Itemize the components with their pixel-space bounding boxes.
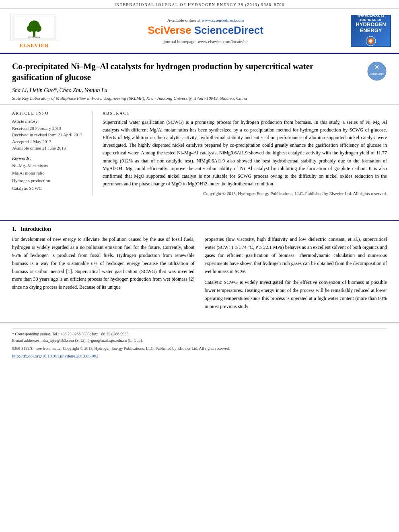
- article-info-label: ARTICLE INFO: [12, 111, 86, 115]
- intro-right-text: properties (low viscosity, high diffusiv…: [205, 236, 387, 310]
- sciverse-word1: SciVerse: [148, 24, 194, 36]
- available-online-date: Available online 21 June 2013: [12, 145, 86, 152]
- sciverse-word2: ScienceDirect: [194, 24, 263, 36]
- keywords-group: Keywords: Ni–Mg–Al catalysts Mg/Al molar…: [12, 156, 86, 192]
- doi-link[interactable]: http://dx.doi.org/10.1016/j.ijhydene.201…: [12, 353, 99, 358]
- crossmark-badge[interactable]: ✕ CrossMark: [367, 61, 387, 81]
- introduction-section: 1. Introduction For development of new e…: [0, 220, 399, 314]
- journal-logo: International Journal of HYDROGENENERGY: [351, 15, 391, 47]
- spacer: [0, 202, 399, 214]
- affiliation: State Key Laboratory of Multiphase Flow …: [12, 96, 387, 101]
- keyword-3: Hydrogen production: [12, 177, 86, 185]
- article-info-col: ARTICLE INFO Article history: Received 2…: [12, 111, 93, 196]
- accepted-date: Accepted 1 May 2013: [12, 138, 86, 145]
- footer-divider: [12, 329, 387, 329]
- article-title-section: Co-precipitated Ni–Mg–Al catalysts for h…: [0, 54, 399, 105]
- introduction-body: For development of new energy to allevia…: [12, 236, 387, 314]
- available-online-text: Available online at www.sciencedirect.co…: [68, 18, 343, 23]
- abstract-col: ABSTRACT Supercritical water gasificatio…: [103, 111, 387, 196]
- abstract-text: Supercritical water gasification (SCWG) …: [103, 119, 387, 188]
- keywords-label: Keywords:: [12, 156, 86, 160]
- copyright-notice: Copyright © 2013, Hydrogen Energy Public…: [103, 191, 387, 196]
- elsevier-logo-container: ELSEVIER ELSEVIER: [8, 13, 60, 49]
- journal-logo-title: International Journal of: [352, 14, 390, 22]
- article-main-title: Co-precipitated Ni–Mg–Al catalysts for h…: [12, 61, 342, 83]
- article-info-abstract-section: ARTICLE INFO Article history: Received 2…: [0, 105, 399, 203]
- sciverse-title: SciVerse ScienceDirect: [68, 24, 343, 37]
- authors: Sha Li, Liejin Guo*, Chao Zhu, Youjun Lu: [12, 87, 387, 94]
- introduction-title: 1. Introduction: [12, 226, 387, 232]
- svg-point-5: [35, 25, 41, 32]
- journal-homepage: journal homepage: www.elsevier.com/locat…: [68, 39, 343, 44]
- intro-left-col: For development of new energy to allevia…: [12, 236, 195, 314]
- journal-logo-main: HYDROGENENERGY: [356, 22, 386, 33]
- abstract-label: ABSTRACT: [103, 111, 387, 115]
- intro-right-col: properties (low viscosity, high diffusiv…: [205, 236, 387, 314]
- svg-point-9: [369, 39, 372, 43]
- svg-text:✕: ✕: [374, 64, 379, 70]
- publisher-header: ELSEVIER ELSEVIER Available online at ww…: [0, 9, 399, 54]
- intro-left-text: For development of new energy to allevia…: [12, 236, 195, 292]
- article-history-group: Article history: Received 20 February 20…: [12, 119, 86, 152]
- elsevier-label: ELSEVIER: [19, 42, 49, 49]
- svg-text:ELSEVIER: ELSEVIER: [28, 36, 40, 39]
- journal-header-text: INTERNATIONAL JOURNAL OF HYDROGEN ENERGY…: [114, 2, 284, 7]
- svg-text:CrossMark: CrossMark: [370, 72, 384, 75]
- svg-point-4: [27, 25, 33, 32]
- keywords-list: Ni–Mg–Al catalysts Mg/Al molar ratio Hyd…: [12, 162, 86, 192]
- sciencedirect-link[interactable]: www.sciencedirect.com: [202, 18, 244, 23]
- history-label: Article history:: [12, 119, 86, 123]
- keyword-1: Ni–Mg–Al catalysts: [12, 162, 86, 170]
- received-date: Received 20 February 2013: [12, 125, 86, 132]
- issn-line: 0360-3199/$ – see front matter Copyright…: [12, 345, 387, 352]
- footer-area: * Corresponding author. Tel.: +86 29 826…: [0, 322, 399, 361]
- received-revised-date: Received in revised form 21 April 2013: [12, 131, 86, 138]
- center-header: Available online at www.sciencedirect.co…: [60, 18, 351, 44]
- corresponding-author-note: * Corresponding author. Tel.: +86 29 826…: [12, 331, 387, 344]
- journal-header-bar: INTERNATIONAL JOURNAL OF HYDROGEN ENERGY…: [0, 0, 399, 9]
- elsevier-logo-image: ELSEVIER: [10, 13, 58, 41]
- keyword-4: Catalytic SCWG: [12, 185, 86, 192]
- keyword-2: Mg/Al molar ratio: [12, 169, 86, 177]
